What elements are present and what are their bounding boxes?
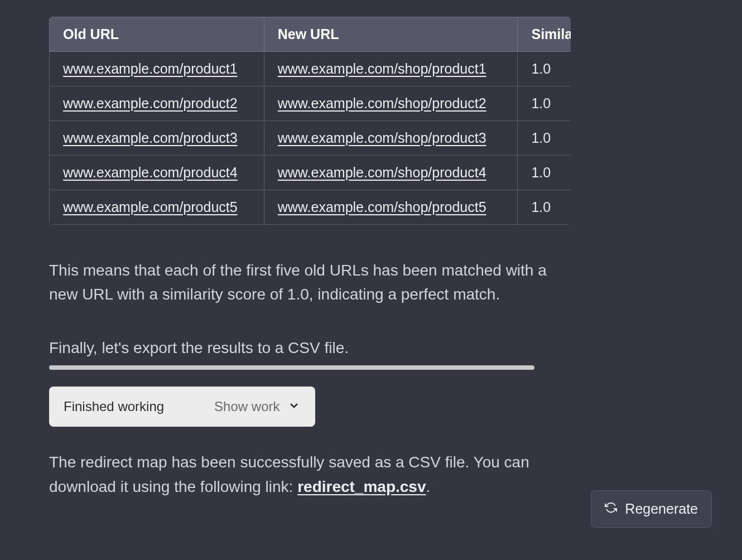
redirect-table: Old URL New URL Similarity www.example.c… [49,17,571,225]
download-file-link[interactable]: redirect_map.csv [297,478,426,495]
new-url-link[interactable]: www.example.com/shop/product4 [278,165,486,180]
table-row: www.example.com/product1 www.example.com… [50,52,571,86]
table-row: www.example.com/product2 www.example.com… [50,86,571,121]
similarity-value: 1.0 [518,52,571,86]
table-row: www.example.com/product3 www.example.com… [50,121,571,156]
regenerate-label: Regenerate [625,501,698,517]
old-url-link[interactable]: www.example.com/product5 [63,199,238,215]
saved-suffix: . [426,478,431,495]
table-header-new-url: New URL [264,17,518,52]
regenerate-button[interactable]: Regenerate [591,490,712,528]
new-url-link[interactable]: www.example.com/shop/product1 [278,61,486,76]
table-row: www.example.com/product5 www.example.com… [50,190,571,225]
chevron-down-icon [287,399,301,414]
old-url-link[interactable]: www.example.com/product4 [63,165,238,180]
table-row: www.example.com/product4 www.example.com… [50,156,571,190]
work-panel[interactable]: Finished working Show work [49,387,315,427]
work-status-label: Finished working [64,399,164,414]
similarity-value: 1.0 [518,86,571,121]
explanation-text: This means that each of the first five o… [49,258,571,307]
new-url-link[interactable]: www.example.com/shop/product5 [278,199,486,215]
similarity-value: 1.0 [518,190,571,225]
saved-prefix: The redirect map has been successfully s… [49,453,529,495]
refresh-icon [605,501,617,517]
saved-message: The redirect map has been successfully s… [49,450,571,499]
export-intro-text: Finally, let's export the results to a C… [49,336,571,360]
similarity-value: 1.0 [518,156,571,190]
show-work-label: Show work [214,399,280,414]
new-url-link[interactable]: www.example.com/shop/product3 [278,130,486,146]
table-header-similarity: Similarity [518,17,571,52]
redirect-table-wrapper: Old URL New URL Similarity www.example.c… [49,17,571,225]
old-url-link[interactable]: www.example.com/product1 [63,61,238,76]
old-url-link[interactable]: www.example.com/product3 [63,130,238,146]
similarity-value: 1.0 [518,121,571,156]
table-header-old-url: Old URL [50,17,264,52]
old-url-link[interactable]: www.example.com/product2 [63,95,238,111]
new-url-link[interactable]: www.example.com/shop/product2 [278,95,486,111]
progress-bar [49,365,534,370]
